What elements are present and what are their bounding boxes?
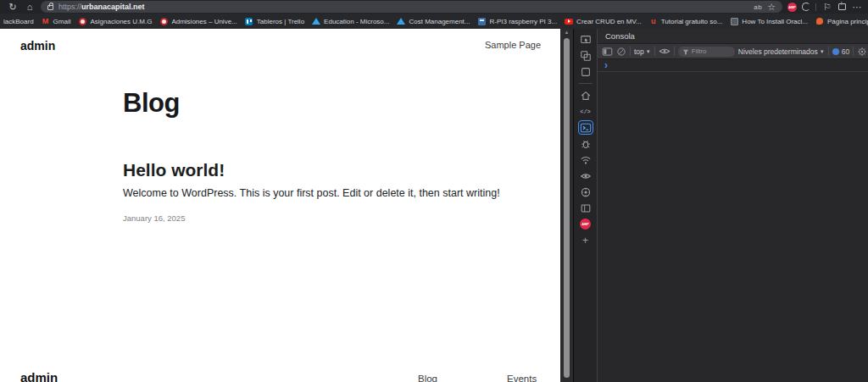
favorite-star-icon[interactable]: ☆ xyxy=(767,2,776,13)
bookmark-label: Education - Microso... xyxy=(324,18,389,25)
footer-site-title[interactable]: admin xyxy=(20,370,58,382)
window-icon[interactable] xyxy=(578,64,593,79)
post-date: January 16, 2025 xyxy=(123,213,185,223)
chevron-down-icon: ▼ xyxy=(820,49,825,54)
tab-console[interactable]: Consola xyxy=(605,31,635,41)
message-count-badge[interactable]: 60 xyxy=(832,47,849,56)
azure-icon xyxy=(397,17,405,25)
bookmark-gmail[interactable]: MGmail xyxy=(42,17,71,25)
console-toolbar: top▼ Niveles predeterminados▼ xyxy=(598,44,868,59)
bookmark-label: Tutorial gratuito so... xyxy=(661,18,723,25)
funnel-icon xyxy=(682,49,689,55)
accessibility-eye-icon[interactable] xyxy=(578,169,593,183)
log-levels-selector[interactable]: Niveles predeterminados▼ xyxy=(738,47,825,56)
post-title-link[interactable]: Hello world! xyxy=(123,160,225,180)
clear-console-icon[interactable] xyxy=(616,47,626,57)
console-prompt-row[interactable]: › xyxy=(598,59,868,72)
post-excerpt: Welcome to WordPress. This is your first… xyxy=(123,187,500,199)
site-title[interactable]: admin xyxy=(20,39,55,53)
extension-ring-icon[interactable] xyxy=(802,3,810,11)
gmail-icon: M xyxy=(42,17,50,25)
bookmarks-bar: lackBoard MGmail Asignaciones U.M.G Admi… xyxy=(0,14,868,29)
chevron-down-icon: ▼ xyxy=(646,49,651,54)
levels-label: Niveles predeterminados xyxy=(738,47,818,56)
bookmark-pagina-principal[interactable]: Página principal de... xyxy=(815,17,868,25)
bookmark-asignaciones[interactable]: Asignaciones U.M.G xyxy=(78,17,152,25)
bookmark-raspberry[interactable]: R-PI3 raspberry PI 3... xyxy=(478,17,558,25)
add-tools-icon[interactable]: + xyxy=(578,233,593,247)
console-panel: Consola top▼ xyxy=(598,29,868,382)
url-host: urbanacapital.net xyxy=(81,3,145,11)
console-sidebar-icon[interactable] xyxy=(602,47,613,57)
console-settings-gear-icon[interactable] xyxy=(857,47,867,57)
bookmark-label: Tableros | Trello xyxy=(257,18,304,25)
elements-icon[interactable]: </> xyxy=(578,104,593,119)
bookmark-tutorial[interactable]: uTutorial gratuito so... xyxy=(649,17,723,25)
nav-link-sample-page[interactable]: Sample Page xyxy=(485,40,541,50)
bookmark-label: Gmail xyxy=(53,18,71,25)
bookmark-label: Admisiones – Unive... xyxy=(171,18,236,25)
console-tool-icon[interactable] xyxy=(578,120,593,135)
browser-window: ↻ ⌂ https://urbanacapital.net ab ☆ ABP ⚐… xyxy=(0,0,868,382)
bookmark-label: R-PI3 raspberry PI 3... xyxy=(490,18,558,25)
bookmark-education[interactable]: Education - Microso... xyxy=(312,17,389,25)
home-tool-icon[interactable] xyxy=(578,88,593,102)
bookmark-oracle[interactable]: How To Install Oracl... xyxy=(730,17,808,25)
message-count: 60 xyxy=(842,47,849,56)
filter-wrap xyxy=(678,47,735,57)
debugger-bug-icon[interactable] xyxy=(578,136,593,151)
scrollbar-up-icon[interactable]: ▲ xyxy=(560,30,573,35)
more-menu-icon[interactable]: ⋯ xyxy=(851,1,863,13)
trello-icon xyxy=(245,17,253,25)
device-emulation-icon[interactable] xyxy=(578,48,593,63)
bookmark-label: Crear CRUD en MV... xyxy=(576,18,642,25)
abp-panel-icon[interactable]: ABP xyxy=(578,217,593,231)
bookmark-trello[interactable]: Tableros | Trello xyxy=(245,17,304,25)
toolbar-divider xyxy=(654,47,655,56)
live-expression-eye-icon[interactable] xyxy=(659,47,670,56)
bookmark-admisiones[interactable]: Admisiones – Unive... xyxy=(159,17,236,25)
panel-icon[interactable] xyxy=(578,201,593,215)
bookmark-label: Página principal de... xyxy=(827,18,868,25)
share-icon[interactable] xyxy=(838,3,846,10)
bookmark-cost-management[interactable]: Cost Management... xyxy=(397,17,470,25)
context-label: top xyxy=(634,47,644,56)
context-selector[interactable]: top▼ xyxy=(634,47,651,56)
abp-extension-icon[interactable]: ABP xyxy=(787,3,797,12)
console-prompt-icon: › xyxy=(604,60,608,70)
network-icon[interactable] xyxy=(578,152,593,167)
browser-toolbar: ↻ ⌂ https://urbanacapital.net ab ☆ ABP ⚐… xyxy=(0,0,868,14)
bookmark-blackboard[interactable]: lackBoard xyxy=(3,18,34,25)
bookmark-label: Cost Management... xyxy=(409,18,470,25)
toolbar-divider xyxy=(815,3,816,11)
home-icon[interactable]: ⌂ xyxy=(24,1,36,13)
bookmark-crud-video[interactable]: Crear CRUD en MV... xyxy=(565,17,642,25)
application-icon[interactable] xyxy=(578,185,593,199)
inspect-icon[interactable] xyxy=(578,32,593,47)
console-output[interactable]: › xyxy=(598,59,868,382)
azure-icon xyxy=(312,17,320,25)
bookmark-label: Asignaciones U.M.G xyxy=(90,18,152,25)
devtools-panel: </> ABP + xyxy=(573,29,868,382)
university-icon xyxy=(159,17,168,25)
lock-icon[interactable] xyxy=(47,5,53,10)
address-bar[interactable]: https://urbanacapital.net ab ☆ xyxy=(41,1,782,13)
scrollbar-thumb[interactable] xyxy=(564,38,570,378)
youtube-icon xyxy=(565,17,573,25)
footer-link-blog[interactable]: Blog xyxy=(418,374,437,382)
favorites-flag-icon[interactable]: ⚐ xyxy=(821,1,833,13)
toolbar-divider xyxy=(674,47,675,56)
web-page: admin Sample Page Blog Hello world! Welc… xyxy=(0,29,560,382)
umg-icon xyxy=(78,17,86,25)
bookmark-label: lackBoard xyxy=(3,18,34,25)
translate-icon[interactable]: ab xyxy=(754,3,762,11)
page-scrollbar[interactable]: ▲ xyxy=(560,29,573,382)
toolbar-divider xyxy=(853,47,854,56)
toolbar-divider xyxy=(828,47,829,56)
page-title: Blog xyxy=(123,88,180,119)
abp-badge: ABP xyxy=(580,219,591,230)
reload-icon[interactable]: ↻ xyxy=(7,1,19,13)
footer-link-events[interactable]: Events xyxy=(507,374,537,382)
message-bubble-icon xyxy=(832,48,839,55)
flame-icon xyxy=(815,17,824,25)
